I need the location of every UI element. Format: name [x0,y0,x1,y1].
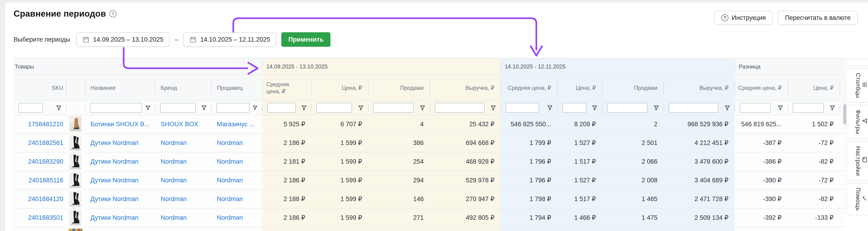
brand-link[interactable]: SHOUX BOX [161,121,198,128]
filter-funnel-icon[interactable] [829,105,835,111]
seller-link[interactable]: Магазинус ... [217,121,255,128]
product-name-link[interactable]: Дутики Nordman [90,214,138,221]
column-header[interactable] [66,75,85,101]
product-name-link[interactable]: Дутики Nordman [90,195,138,203]
period1-metric-cell: 1 599 ₽ [311,190,368,208]
brand-link[interactable]: Nordman [161,158,187,165]
filter-funnel-icon[interactable] [420,105,426,111]
partial-cell [85,227,155,231]
product-image[interactable] [68,229,83,231]
title-help-icon[interactable]: ? [109,10,117,17]
seller-link[interactable]: Nordman [217,214,243,221]
column-header[interactable]: Продавец [211,75,262,101]
filter-funnel-icon[interactable] [592,105,598,111]
filter-cell [66,101,85,115]
column-header[interactable]: Цена, ₽ [788,75,840,101]
filter-input[interactable] [793,103,824,113]
filter-funnel-icon[interactable] [201,105,207,111]
filter-funnel-icon[interactable] [777,105,783,111]
product-name-link[interactable]: Дутики Nordman [90,177,138,184]
filter-input[interactable] [506,103,539,113]
seller-link[interactable]: Nordman [217,139,243,147]
column-header[interactable]: Выручка, ₽ [663,75,735,101]
filter-input[interactable] [373,103,414,113]
filter-funnel-icon[interactable] [653,105,659,111]
difference-metric-cell: -390 ₽ [735,171,788,189]
filter-funnel-icon[interactable] [145,105,151,111]
filter-funnel-icon[interactable] [301,105,307,111]
rail-tab-filter[interactable]: Фильтры [846,105,868,139]
column-header[interactable]: SKU [13,75,66,101]
filter-funnel-icon[interactable] [724,105,730,111]
period1-metric-cell: 2 186 ₽ [262,208,311,227]
product-name-link[interactable]: Дутики Nordman [90,139,138,147]
period1-date-picker[interactable]: 14.09.2025 – 13.10.2025 [76,32,169,47]
brand-link[interactable]: Nordman [161,195,187,203]
filter-funnel-icon[interactable] [547,105,553,111]
product-image[interactable] [68,116,83,132]
filter-input[interactable] [435,103,485,113]
filter-input[interactable] [160,103,196,113]
filter-funnel-icon[interactable] [56,105,62,111]
column-header[interactable]: Цена, ₽ [311,75,368,101]
column-header[interactable]: Цена, ₽ [557,75,602,101]
column-header[interactable]: Выручка, ₽ [430,75,500,101]
brand-link[interactable]: Nordman [161,139,187,147]
filter-input[interactable] [316,103,352,113]
product-name-link[interactable]: Ботинки SHOUX B... [90,121,150,128]
period2-metric-cell: 1 527 ₽ [557,171,602,189]
product-image[interactable] [68,135,83,151]
difference-metric-cell: -72 ₽ [788,134,840,152]
product-image[interactable] [68,172,83,188]
filter-funnel-icon[interactable] [252,105,258,111]
filter-input[interactable] [607,103,647,113]
column-header[interactable] [840,75,845,101]
rail-corner-button[interactable] [846,59,868,66]
brand-link[interactable]: Nordman [161,177,187,184]
apply-button[interactable]: Применить [281,32,331,47]
filter-cell [311,101,368,115]
instruction-button[interactable]: ? Инструкция [714,11,773,25]
product-name-link[interactable]: Дутики Nordman [90,158,138,165]
rail-tab-columns[interactable]: Столбцы [846,68,868,103]
column-header[interactable]: Продажи [602,75,663,101]
product-image[interactable] [68,191,83,207]
sku-link[interactable]: 2401682561 [28,139,63,147]
column-header[interactable]: Продажи [368,75,430,101]
period1-metric-cell: 146 [368,190,430,208]
partial-cell [13,227,66,231]
sku-link[interactable]: 1758481210 [28,121,63,128]
rail-tab-check[interactable]: Помощь [846,183,868,216]
filter-input[interactable] [562,103,586,113]
product-image[interactable] [68,210,83,225]
filter-input[interactable] [267,103,296,113]
seller-link[interactable]: Nordman [217,177,243,184]
filter-input[interactable] [740,103,771,113]
brand-link[interactable]: Nordman [161,214,187,221]
filter-funnel-icon[interactable] [490,105,496,111]
product-image[interactable] [68,154,83,169]
sku-link[interactable]: 2401684120 [28,195,63,203]
seller-link[interactable]: Nordman [217,195,243,203]
filter-input[interactable] [669,103,718,113]
recalculate-currency-button[interactable]: Пересчитать в валюте [778,11,858,25]
column-header[interactable]: Средняя цена, ₽ [735,75,788,101]
side-rail: СтолбцыФильтрыНастройкиПомощь [846,59,868,231]
column-header[interactable]: Бренд [155,75,211,101]
sku-link[interactable]: 2401683501 [28,214,63,221]
filter-input[interactable] [216,103,249,113]
sku-link[interactable]: 2401683290 [28,158,63,165]
filter-input[interactable] [19,103,43,113]
brand-cell: Nordman [155,171,211,189]
photo-cell [66,208,85,227]
column-header[interactable]: Средняя цена, ₽ [500,75,557,101]
filter-input[interactable] [90,103,142,113]
column-header[interactable]: Средняя цена, ₽ [262,75,311,101]
partial-cell [430,227,500,231]
seller-link[interactable]: Nordman [217,158,243,165]
column-header[interactable]: Название [85,75,155,101]
period2-date-picker[interactable]: 14.10.2025 – 12.11.2025 [183,32,276,47]
filter-funnel-icon[interactable] [358,105,364,111]
sku-link[interactable]: 2401685116 [29,177,63,184]
rail-tab-settings[interactable]: Настройки [846,142,868,181]
